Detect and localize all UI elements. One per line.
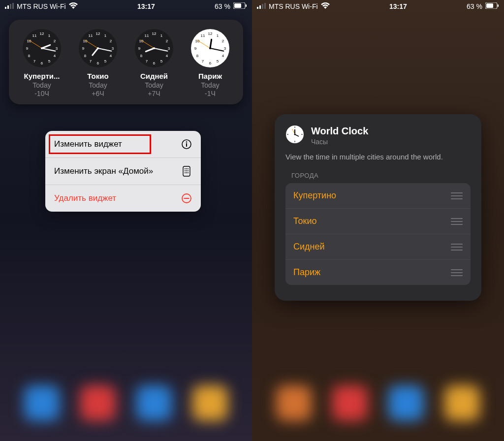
svg-text:2: 2 (222, 39, 224, 43)
clock-app-icon (285, 125, 304, 146)
svg-rect-77 (186, 143, 187, 147)
battery-icon (485, 2, 499, 10)
carrier-label: MTS RUS Wi-Fi (269, 2, 318, 10)
svg-point-82 (185, 170, 186, 171)
svg-text:7: 7 (90, 59, 92, 63)
wifi-icon (321, 2, 330, 10)
svg-rect-93 (264, 3, 266, 9)
svg-text:12: 12 (208, 32, 213, 36)
svg-rect-92 (262, 4, 263, 9)
svg-rect-3 (12, 3, 14, 9)
clock-day: Today (145, 81, 163, 89)
clock-item[interactable]: 123456789101112ТокиоToday+6Ч (70, 29, 126, 97)
drag-handle-icon[interactable] (451, 218, 463, 225)
clock-day: Today (201, 81, 219, 89)
world-clock-widget[interactable]: 123456789101112Куперти...Today-10Ч123456… (9, 20, 243, 104)
svg-point-105 (294, 134, 296, 135)
battery-percent: 63 % (215, 2, 230, 10)
city-row[interactable]: Париж (285, 260, 471, 285)
svg-point-80 (186, 168, 187, 169)
svg-rect-1 (7, 5, 9, 9)
dock-app[interactable] (192, 385, 228, 421)
dock-app[interactable] (80, 385, 116, 421)
battery-percent: 63 % (467, 2, 482, 10)
menu-edit-widget[interactable]: Изменить виджет (45, 131, 201, 158)
dock-app[interactable] (276, 385, 312, 421)
clock-city: Токио (87, 72, 108, 80)
svg-text:11: 11 (201, 33, 205, 38)
battery-icon (233, 2, 247, 10)
info-icon (181, 139, 192, 150)
drag-handle-icon[interactable] (451, 269, 463, 276)
svg-text:1: 1 (217, 33, 219, 38)
status-bar: MTS RUS Wi-Fi 13:17 63 % (0, 0, 252, 13)
svg-text:9: 9 (26, 46, 29, 51)
svg-text:9: 9 (82, 46, 85, 51)
world-clock-editor: World Clock Часы View the time in multip… (275, 114, 481, 301)
editor-section-label: ГОРОДА (291, 172, 471, 179)
svg-point-23 (41, 47, 43, 49)
clock-city: Сидней (140, 72, 168, 80)
drag-handle-icon[interactable] (451, 192, 463, 199)
status-bar: MTS RUS Wi-Fi 13:17 63 % (252, 0, 504, 13)
svg-text:11: 11 (89, 33, 93, 38)
svg-text:2: 2 (110, 39, 112, 43)
svg-text:8: 8 (196, 54, 199, 58)
editor-subtitle: Часы (311, 138, 368, 146)
svg-text:12: 12 (40, 32, 44, 36)
svg-point-40 (97, 47, 99, 49)
svg-text:8: 8 (140, 54, 143, 58)
menu-edit-home[interactable]: Изменить экран «Домой» (45, 158, 201, 185)
menu-delete-widget[interactable]: Удалить виджет (45, 185, 201, 212)
svg-text:4: 4 (54, 54, 56, 58)
svg-rect-89 (184, 198, 189, 199)
dock (0, 376, 252, 430)
svg-text:7: 7 (146, 59, 148, 63)
svg-text:7: 7 (33, 59, 36, 63)
signal-icon (257, 2, 266, 10)
svg-text:5: 5 (160, 59, 163, 63)
svg-text:5: 5 (104, 59, 107, 63)
svg-text:2: 2 (54, 39, 56, 43)
dock-app[interactable] (332, 385, 368, 421)
svg-text:8: 8 (84, 54, 87, 58)
clock-item[interactable]: 123456789101112СиднейToday+7Ч (126, 29, 182, 97)
clock-city: Париж (198, 72, 222, 80)
city-row[interactable]: Токио (285, 209, 471, 234)
drag-handle-icon[interactable] (451, 244, 463, 251)
svg-rect-95 (486, 3, 493, 8)
dock-app[interactable] (24, 385, 60, 421)
menu-edit-widget-label: Изменить виджет (54, 139, 122, 149)
svg-point-83 (186, 170, 187, 171)
city-row[interactable]: Купертино (285, 183, 471, 209)
clock-offset: -10Ч (34, 90, 49, 97)
svg-point-85 (185, 172, 186, 173)
screenshot-right: MTS RUS Wi-Fi 13:17 63 % World Clock Час… (252, 0, 504, 441)
svg-text:6: 6 (209, 61, 212, 65)
city-name: Париж (293, 267, 320, 278)
city-name: Сидней (293, 242, 325, 252)
svg-text:5: 5 (48, 59, 51, 63)
editor-title: World Clock (311, 126, 368, 137)
svg-rect-96 (498, 4, 499, 7)
dock-app[interactable] (444, 385, 480, 421)
svg-text:12: 12 (152, 32, 157, 36)
dock-app[interactable] (136, 385, 172, 421)
svg-text:2: 2 (166, 39, 168, 43)
clock-city: Куперти... (24, 72, 60, 80)
city-row[interactable]: Сидней (285, 234, 471, 260)
svg-point-57 (153, 47, 155, 49)
svg-text:4: 4 (222, 54, 224, 58)
clock-item[interactable]: 123456789101112ПарижToday-1Ч (182, 29, 238, 97)
dock-app[interactable] (388, 385, 424, 421)
city-name: Токио (293, 216, 317, 226)
city-name: Купертино (293, 190, 336, 201)
svg-rect-91 (259, 5, 261, 9)
svg-text:4: 4 (166, 54, 168, 58)
screenshot-left: MTS RUS Wi-Fi 13:17 63 % 123456789101112… (0, 0, 252, 441)
svg-text:11: 11 (145, 33, 149, 38)
clock-item[interactable]: 123456789101112Куперти...Today-10Ч (14, 29, 70, 97)
widget-context-menu: Изменить виджет Изменить экран «Домой» У… (45, 131, 201, 212)
apps-grid-icon (181, 166, 192, 177)
svg-text:1: 1 (160, 33, 163, 38)
